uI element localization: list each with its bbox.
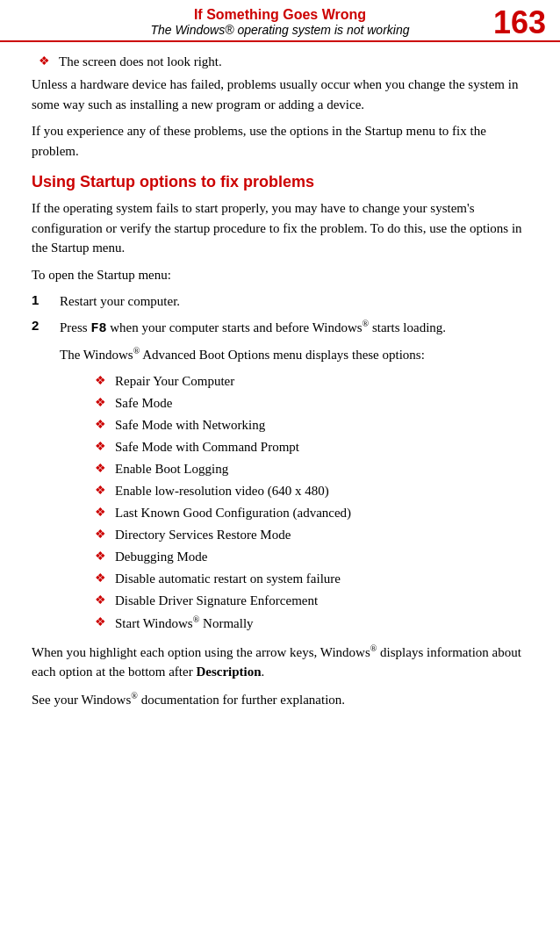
bullet-diamond-icon: ❖: [95, 571, 106, 586]
boot-option-5: ❖ Enable Boot Logging: [95, 460, 528, 478]
boot-option-9-text: Debugging Mode: [115, 548, 207, 566]
boot-option-3: ❖ Safe Mode with Networking: [95, 416, 528, 435]
boot-option-11-text: Disable Driver Signature Enforcement: [115, 592, 318, 610]
main-content: ❖ The screen does not look right. Unless…: [0, 42, 560, 730]
bullet-diamond-icon: ❖: [95, 614, 106, 629]
step-2-number: 2: [32, 318, 53, 333]
boot-option-7: ❖ Last Known Good Configuration (advance…: [95, 504, 528, 522]
page-number: 163: [493, 7, 546, 39]
boot-option-12: ❖ Start Windows® Normally: [95, 614, 528, 633]
boot-option-1: ❖ Repair Your Computer: [95, 372, 528, 391]
description-label: Description: [196, 665, 261, 679]
bullet-diamond-icon: ❖: [95, 395, 106, 410]
step-2: 2 Press F8 when your computer starts and…: [32, 317, 528, 340]
boot-option-7-text: Last Known Good Configuration (advanced): [115, 504, 351, 522]
closing-paragraph-2: See your Windows® documentation for furt…: [32, 689, 528, 710]
boot-option-4: ❖ Safe Mode with Command Prompt: [95, 438, 528, 456]
boot-option-10-text: Disable automatic restart on system fail…: [115, 570, 341, 588]
boot-option-10: ❖ Disable automatic restart on system fa…: [95, 570, 528, 588]
bullet-diamond-icon: ❖: [95, 483, 106, 498]
boot-option-11: ❖ Disable Driver Signature Enforcement: [95, 592, 528, 610]
boot-option-9: ❖ Debugging Mode: [95, 548, 528, 566]
open-menu-label: To open the Startup menu:: [32, 265, 528, 285]
header-subtitle: The Windows® operating system is not wor…: [14, 23, 546, 37]
boot-option-4-text: Safe Mode with Command Prompt: [115, 438, 299, 456]
page-header: If Something Goes Wrong The Windows® ope…: [0, 0, 560, 42]
boot-option-3-text: Safe Mode with Networking: [115, 416, 265, 435]
step-1: 1 Restart your computer.: [32, 291, 528, 312]
bullet-diamond-icon: ❖: [95, 549, 106, 564]
step-2-note-block: The Windows® Advanced Boot Options menu …: [60, 344, 528, 633]
boot-option-12-text: Start Windows® Normally: [115, 614, 254, 633]
boot-options-list: ❖ Repair Your Computer ❖ Safe Mode ❖ Saf…: [88, 372, 528, 633]
bullet-diamond-icon: ❖: [95, 373, 106, 388]
header-title: If Something Goes Wrong: [14, 7, 546, 23]
boot-option-8-text: Directory Services Restore Mode: [115, 526, 291, 544]
bullet-diamond-icon: ❖: [95, 527, 106, 542]
step-1-text: Restart your computer.: [60, 291, 180, 312]
intro-paragraph-1: Unless a hardware device has failed, pro…: [32, 75, 528, 114]
boot-option-2: ❖ Safe Mode: [95, 394, 528, 413]
boot-option-2-text: Safe Mode: [115, 394, 172, 413]
bullet-diamond-icon: ❖: [39, 54, 50, 68]
intro-paragraph-2: If you experience any of these problems,…: [32, 121, 528, 161]
boot-option-1-text: Repair Your Computer: [115, 372, 234, 391]
boot-option-8: ❖ Directory Services Restore Mode: [95, 526, 528, 544]
f8-key: F8: [90, 321, 106, 336]
boot-option-6: ❖ Enable low-resolution video (640 x 480…: [95, 482, 528, 500]
section-heading: Using Startup options to fix problems: [32, 173, 528, 191]
intro-bullet-text: The screen does not look right.: [59, 53, 222, 71]
closing-paragraph-1: When you highlight each option using the…: [32, 642, 528, 682]
section-intro: If the operating system fails to start p…: [32, 198, 528, 258]
bullet-diamond-icon: ❖: [95, 593, 106, 607]
intro-bullet-item: ❖ The screen does not look right.: [39, 53, 528, 71]
bullet-diamond-icon: ❖: [95, 461, 106, 476]
boot-option-6-text: Enable low-resolution video (640 x 480): [115, 482, 329, 500]
bullet-diamond-icon: ❖: [95, 505, 106, 520]
bullet-diamond-icon: ❖: [95, 417, 106, 432]
step-2-note: The Windows® Advanced Boot Options menu …: [60, 344, 528, 365]
step-2-text: Press F8 when your computer starts and b…: [60, 317, 446, 340]
boot-option-5-text: Enable Boot Logging: [115, 460, 228, 478]
bullet-diamond-icon: ❖: [95, 439, 106, 454]
step-1-number: 1: [32, 292, 53, 307]
